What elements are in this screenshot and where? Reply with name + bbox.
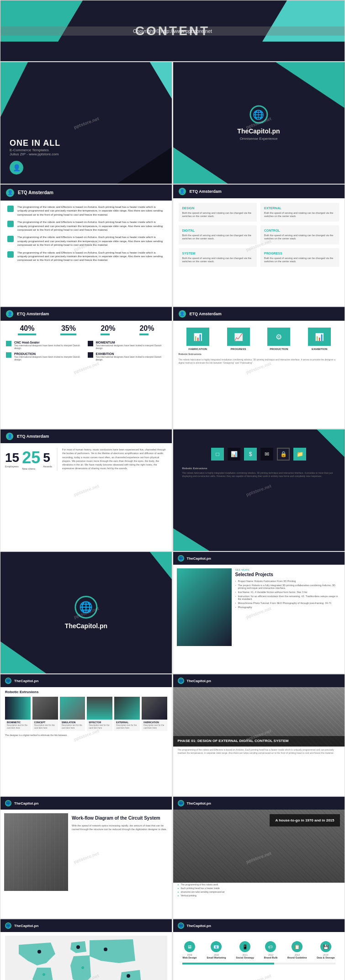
slide-4-etq-text: 👤 ETQ Amsterdam The programming of the r… — [0, 184, 172, 307]
title-area: ONE IN ALL E-Commerce Templates Julius Z… — [10, 138, 60, 156]
slide-watermark: pptstore.net — [73, 483, 99, 497]
panel-title: Selected Projects — [235, 572, 341, 577]
author: Julius ZIP - www.pptstore.com — [10, 152, 60, 156]
see-more-label: SEE MORE — [235, 568, 341, 571]
pct-bar-3 — [101, 334, 110, 335]
card-label-3: SIMULATION — [60, 720, 85, 724]
card-img-4 — [87, 697, 112, 720]
stats-area: 15 Employees 25 New cliens 5 Awards — [5, 448, 52, 471]
bullet-text-2: The programming of the roboto and Effect… — [17, 220, 165, 232]
bullet-4 — [7, 251, 14, 258]
timeline-circle-6: 💾 — [320, 941, 331, 952]
header-title: ETQ Amsterdam — [17, 434, 49, 439]
slide-2-one-in-all: ONE IN ALL E-Commerce Templates Julius Z… — [0, 62, 172, 184]
icon-sq-6: 📁 — [293, 448, 306, 461]
globe-icon: 🌐 — [249, 106, 268, 124]
timeline-item-2009: 🖥 2009 Web Design — [182, 941, 196, 959]
pct-item-4: 20% — [139, 324, 154, 336]
pct-value-2: 35% — [60, 324, 76, 333]
color-block-dark — [88, 341, 93, 346]
bullet-3 — [7, 236, 14, 242]
svg-point-3 — [104, 948, 107, 951]
item-desc: Two international designers have been in… — [96, 355, 167, 361]
timeline-line — [182, 963, 335, 964]
teal-triangle-top-right — [135, 62, 172, 99]
icon-item-exhibition: 📊 EXHIBITION — [308, 328, 331, 350]
stat-num-clients: 25 — [22, 448, 40, 467]
header-title: ETQ Amsterdam — [18, 190, 53, 195]
icon-label: PROGRESS — [227, 348, 250, 350]
timeline-circle-2: 📧 — [211, 941, 222, 952]
color-block-teal — [6, 341, 11, 346]
phase-title: PHASE 01: DESIGN OF EXTERNAL DIGITAL CON… — [178, 739, 340, 743]
stat-clients: 25 New cliens — [22, 448, 40, 470]
fabrication-icon: 📊 — [186, 328, 209, 346]
workflow-image — [4, 813, 68, 891]
text-item-3: The programming of the roboto and Effect… — [7, 235, 165, 247]
slide-15-house: 🌐 TheCapitol.pn A house-to-go in 1970 an… — [173, 796, 345, 919]
icon-item-progress: 📈 PROGRESS — [227, 328, 250, 350]
body-area: SEE MORE Selected Projects Project Name:… — [173, 565, 345, 650]
card-label-4: EFFECTOR — [87, 720, 112, 724]
slide-6-etq-pct: 👤 ETQ Amsterdam 40% 35% 20% 20% — [0, 307, 172, 429]
pct-item-1: 40% — [18, 324, 36, 336]
header-bar: 🌐 TheCapitol.pn — [173, 919, 345, 932]
card-img-2 — [32, 697, 58, 720]
header-bar: 🌐 TheCapitol.pn — [0, 919, 172, 932]
item-desc: Both the speed of serving and rotating c… — [182, 234, 254, 240]
timeline-item-2011: 📱 2011 Social Strategy — [236, 941, 254, 959]
icon-sq-2: 📊 — [228, 448, 240, 461]
card-external: EXTERNAL Description text for the card i… — [114, 697, 140, 731]
timeline-item-2010: 📧 2010 Email Marketing — [207, 941, 226, 959]
workflow-desc: With the speed of network optics increas… — [72, 824, 168, 832]
slide-10-dark-globe: 🌐 TheCapitol.pn pptstore.net — [0, 551, 172, 674]
header-bar: 👤 ETQ Amsterdam — [173, 185, 345, 198]
header-brand: TheCapitol.pn — [187, 556, 211, 561]
timeline-item-2012: 🏷 2012 Brand Bulb — [264, 941, 278, 959]
icon-item-production: ⚙ PRODUCTION — [267, 328, 290, 350]
slide-13-phase-design: 🌐 TheCapitol.pn PHASE 01: DESIGN OF EXTE… — [173, 674, 345, 796]
pct-item-3: 20% — [101, 324, 115, 336]
bottom-content: The programming of this roboto work Each… — [173, 880, 345, 901]
bullet-2 — [7, 221, 14, 227]
card-effector: EFFECTOR Description text for the card i… — [87, 697, 112, 731]
item-desc: Two international designers have been in… — [14, 344, 85, 350]
card-img-6 — [142, 697, 167, 720]
pct-item-2: 35% — [60, 324, 76, 336]
header-brand: TheCapitol.pn — [14, 801, 38, 805]
grid-item-cnc: CNC Heat-Sealer Two international design… — [6, 341, 85, 350]
right-panel: Work-flow Diagram of the Circuit System … — [72, 813, 168, 891]
person-icon: 👤 — [6, 189, 14, 197]
item-title: EXHIBITION — [96, 352, 167, 355]
text-item-2: The programming of the roboto and Effect… — [7, 220, 165, 232]
section-desc: The robotic fabrication is highly integr… — [173, 471, 345, 478]
grid-item-external: EXTERNAL Both the speed of serving and r… — [260, 203, 339, 222]
header-bar: 👤 ETQ Amsterdam — [0, 185, 172, 201]
slide-watermark: pptstore.net — [245, 483, 272, 497]
header-bar: 👤 ETQ Amsterdam — [173, 307, 345, 321]
world-map-svg — [5, 936, 167, 980]
brand-name: TheCapitol.pn — [65, 622, 107, 630]
slide-8-etq-stats: 👤 ETQ Amsterdam 15 Employees 25 New clie… — [0, 429, 172, 551]
svg-point-6 — [81, 966, 84, 969]
bullet-4: Vertical printing — [178, 894, 340, 897]
bullet-1: The programming of this roboto work — [178, 883, 340, 886]
section-desc: The designer is a digital method to elim… — [0, 733, 172, 739]
content-grid: DESIGN Both the speed of serving and rot… — [173, 198, 345, 271]
exhibition-icon: 📊 — [308, 328, 331, 346]
icon-item-fabrication: 📊 FABRICATION — [186, 328, 209, 350]
card-desc-5: Description text for the card item here — [114, 724, 140, 731]
overlay-text: PHASE 01: DESIGN OF EXTERNAL DIGITAL CON… — [173, 736, 345, 747]
progress-icon: 📈 — [227, 328, 250, 346]
header-bar: 🌐 TheCapitol.pn — [0, 674, 172, 687]
pct-bar-1 — [18, 334, 36, 335]
item-title: PROGRESS — [264, 252, 335, 255]
teal-corner-top-left — [0, 0, 83, 42]
globe-icon-sm: 🌐 — [178, 678, 184, 684]
item-desc: Both the speed of serving and rotating c… — [264, 257, 335, 263]
overlay-title: A house-to-go in 1970 and in 2015 — [275, 818, 334, 823]
timeline-circle-5: 📋 — [292, 941, 303, 952]
text-item-1: The programming of the roboto and Effect… — [7, 205, 165, 217]
timeline-circle-4: 🏷 — [265, 941, 276, 952]
bullet-text-1: The programming of the roboto and Effect… — [17, 205, 165, 217]
